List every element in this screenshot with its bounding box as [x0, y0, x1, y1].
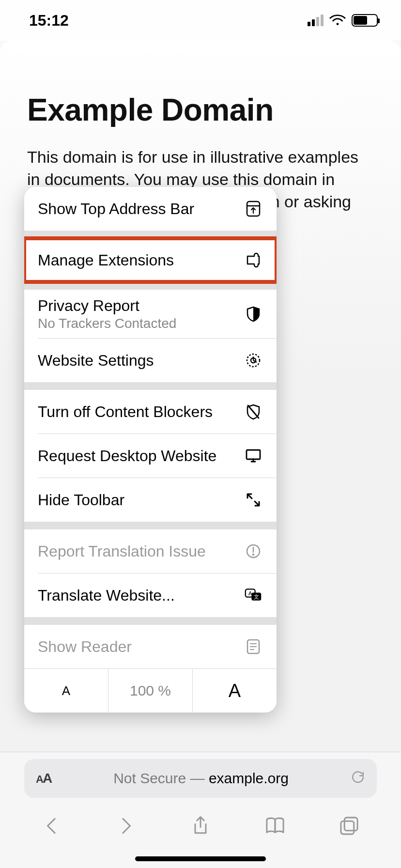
arrows-expand-icon [244, 490, 263, 510]
svg-text:文: 文 [254, 594, 259, 600]
menu-item-label: Website Settings [38, 352, 244, 370]
url-text: Not Secure — example.org [59, 770, 343, 787]
menu-show-reader: Show Reader [24, 625, 277, 668]
status-time: 15:12 [29, 12, 69, 30]
chevron-left-icon [41, 815, 62, 837]
shield-icon [244, 304, 263, 324]
menu-item-label: Request Desktop Website [38, 447, 244, 465]
tabs-button[interactable] [335, 811, 364, 840]
menu-show-top-address-bar[interactable]: Show Top Address Bar [24, 187, 277, 231]
share-button[interactable] [186, 811, 215, 840]
bookmarks-button[interactable] [261, 811, 290, 840]
menu-item-label: Manage Extensions [38, 251, 244, 269]
address-bar-top-icon [244, 199, 263, 218]
aa-menu-popup: Show Top Address Bar Manage Extensions P… [24, 187, 277, 713]
wifi-icon [329, 14, 346, 27]
zoom-percent: 100 % [108, 669, 193, 713]
menu-item-label: Translate Website... [38, 587, 244, 604]
chevron-right-icon [115, 815, 137, 837]
browser-bottom-bar: AA Not Secure — example.org [0, 752, 401, 868]
svg-rect-8 [247, 450, 260, 459]
menu-request-desktop-website[interactable]: Request Desktop Website [24, 434, 277, 478]
gear-icon [244, 351, 263, 370]
menu-manage-extensions[interactable]: Manage Extensions [24, 238, 277, 282]
battery-icon [352, 14, 378, 27]
zoom-row: A 100 % A [24, 669, 277, 713]
menu-translate-website[interactable]: Translate Website... A文 [24, 574, 277, 617]
forward-button[interactable] [111, 811, 140, 840]
menu-item-label: Privacy Report [38, 297, 238, 315]
menu-item-label: Hide Toolbar [38, 491, 244, 509]
menu-report-translation-issue: Report Translation Issue [24, 529, 277, 573]
menu-item-label: Show Reader [38, 638, 244, 656]
menu-item-label: Turn off Content Blockers [38, 403, 244, 421]
menu-website-settings[interactable]: Website Settings [24, 339, 277, 382]
browser-toolbar [0, 802, 401, 850]
status-bar: 15:12 [0, 0, 401, 41]
desktop-icon [244, 446, 263, 465]
menu-item-label: Report Translation Issue [38, 542, 244, 560]
menu-privacy-report[interactable]: Privacy Report No Trackers Contacted [24, 290, 277, 338]
puzzle-icon [244, 250, 263, 270]
reload-button[interactable] [351, 770, 365, 788]
reload-icon [351, 770, 365, 784]
book-icon [264, 815, 286, 837]
cellular-icon [308, 15, 324, 26]
menu-item-label: Show Top Address Bar [38, 200, 244, 218]
zoom-out-button[interactable]: A [24, 669, 108, 713]
tabs-icon [339, 815, 360, 837]
svg-point-0 [337, 23, 339, 25]
reader-icon [244, 637, 263, 656]
svg-rect-20 [344, 818, 357, 831]
exclamation-circle-icon [244, 542, 263, 561]
menu-item-subtitle: No Trackers Contacted [38, 316, 238, 331]
aa-menu-button[interactable]: AA [36, 771, 51, 786]
zoom-in-button[interactable]: A [193, 669, 277, 713]
menu-turn-off-content-blockers[interactable]: Turn off Content Blockers [24, 390, 277, 434]
svg-rect-21 [341, 821, 354, 834]
back-button[interactable] [37, 811, 66, 840]
page-title: Example Domain [27, 93, 374, 127]
menu-hide-toolbar[interactable]: Hide Toolbar [24, 478, 277, 522]
svg-point-11 [252, 554, 254, 556]
share-icon [190, 815, 211, 837]
home-indicator [135, 856, 266, 861]
translate-icon: A文 [244, 586, 263, 605]
shield-slash-icon [244, 402, 263, 421]
url-bar[interactable]: AA Not Secure — example.org [24, 759, 377, 798]
